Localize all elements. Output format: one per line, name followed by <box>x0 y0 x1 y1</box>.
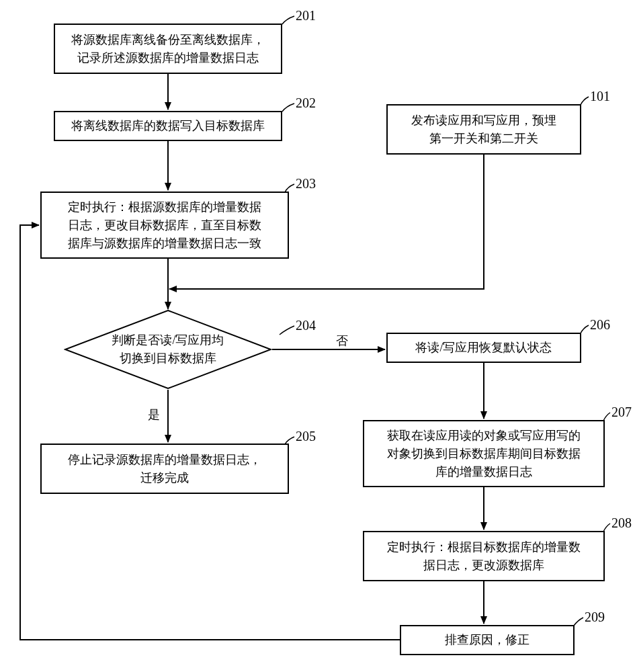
step-202: 将离线数据库的数据写入目标数据库 <box>54 111 282 141</box>
decision-204: 判断是否读/写应用均切换到目标数据库 <box>64 309 272 390</box>
edge-label-no: 否 <box>336 333 348 349</box>
label-204: 204 <box>296 318 316 333</box>
step-208-text: 定时执行：根据目标数据库的增量数据日志，更改源数据库 <box>387 538 581 575</box>
label-205: 205 <box>296 429 316 444</box>
step-203: 定时执行：根据源数据库的增量数据日志，更改目标数据库，直至目标数据库与源数据库的… <box>40 192 289 259</box>
step-203-text: 定时执行：根据源数据库的增量数据日志，更改目标数据库，直至目标数据库与源数据库的… <box>68 198 261 253</box>
step-205: 停止记录源数据库的增量数据日志，迁移完成 <box>40 444 289 494</box>
step-101-text: 发布读应用和写应用，预埋第一开关和第二开关 <box>411 112 556 148</box>
step-207: 获取在读应用读的对象或写应用写的对象切换到目标数据库期间目标数据库的增量数据日志 <box>363 420 605 487</box>
label-208: 208 <box>611 515 632 531</box>
step-209: 排查原因，修正 <box>400 625 575 655</box>
step-201: 将源数据库离线备份至离线数据库，记录所述源数据库的增量数据日志 <box>54 24 282 74</box>
step-206: 将读/写应用恢复默认状态 <box>386 333 581 363</box>
step-201-text: 将源数据库离线备份至离线数据库，记录所述源数据库的增量数据日志 <box>71 31 265 67</box>
edge-label-yes: 是 <box>148 407 160 423</box>
step-202-text: 将离线数据库的数据写入目标数据库 <box>71 117 265 135</box>
label-101: 101 <box>590 89 610 104</box>
label-209: 209 <box>585 610 605 625</box>
label-206: 206 <box>590 317 610 333</box>
step-209-text: 排查原因，修正 <box>445 631 530 649</box>
step-205-text: 停止记录源数据库的增量数据日志，迁移完成 <box>68 451 261 487</box>
label-207: 207 <box>611 405 632 420</box>
decision-204-text: 判断是否读/写应用均切换到目标数据库 <box>112 331 224 368</box>
step-207-text: 获取在读应用读的对象或写应用写的对象切换到目标数据库期间目标数据库的增量数据日志 <box>387 427 581 481</box>
step-101: 发布读应用和写应用，预埋第一开关和第二开关 <box>386 104 581 155</box>
label-201: 201 <box>296 8 316 24</box>
step-206-text: 将读/写应用恢复默认状态 <box>415 339 552 357</box>
label-202: 202 <box>296 95 316 111</box>
step-208: 定时执行：根据目标数据库的增量数据日志，更改源数据库 <box>363 531 605 581</box>
label-203: 203 <box>296 176 316 192</box>
